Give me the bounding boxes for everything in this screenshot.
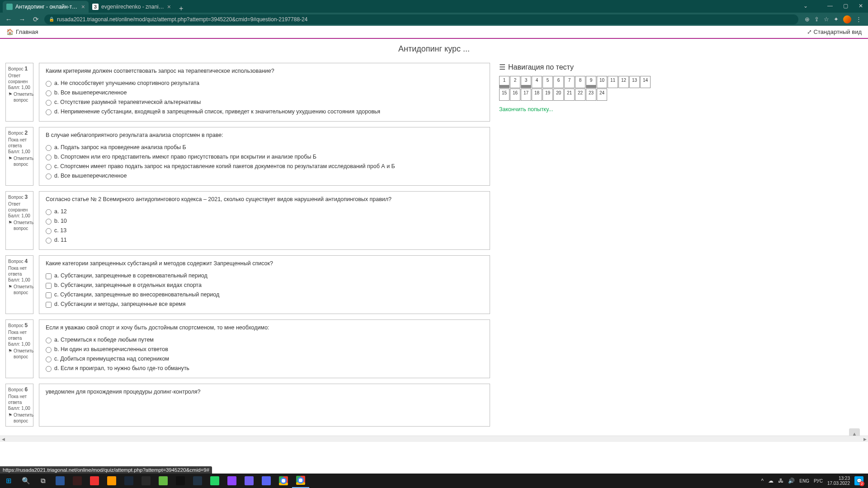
question-option[interactable]: d. Субстанции и методы, запрещенные все …	[46, 300, 483, 309]
tab-2[interactable]: З evgeniirechenko - znanija.com ×	[89, 1, 175, 13]
forward-button[interactable]: →	[17, 14, 27, 24]
nav-question-4[interactable]: 4	[532, 76, 542, 88]
question-option[interactable]: a. Не способствует улучшению спортивного…	[46, 79, 483, 88]
flag-question-link[interactable]: ⚑Отметить вопрос	[8, 348, 31, 360]
nav-question-12[interactable]: 12	[618, 76, 629, 88]
new-tab-button[interactable]: +	[175, 5, 188, 13]
home-link[interactable]: 🏠 Главная	[6, 28, 38, 35]
nav-question-3[interactable]: 3	[521, 76, 531, 88]
option-input[interactable]	[46, 228, 52, 234]
question-option[interactable]: a. Стремиться к победе любым путем	[46, 335, 483, 345]
question-number: Вопрос 1	[8, 66, 31, 73]
question-option[interactable]: b. 10	[46, 216, 483, 226]
option-input[interactable]	[46, 238, 52, 244]
option-input[interactable]	[46, 109, 52, 115]
question-option[interactable]: a. 12	[46, 207, 483, 216]
tab-1[interactable]: Антидопинг - онлайн-тест ×	[3, 1, 89, 13]
scroll-left-icon[interactable]: ◀	[0, 436, 6, 442]
question-option[interactable]: a. Субстанции, запрещенные в соревновате…	[46, 271, 483, 281]
nav-question-11[interactable]: 11	[608, 76, 618, 88]
option-input[interactable]	[46, 155, 52, 160]
maximize-icon[interactable]: ▢	[838, 0, 853, 12]
nav-question-15[interactable]: 15	[499, 89, 509, 101]
close-icon[interactable]: ×	[81, 3, 85, 10]
question-option[interactable]: c. 13	[46, 226, 483, 235]
option-input[interactable]	[46, 219, 52, 225]
nav-question-6[interactable]: 6	[553, 76, 564, 88]
standard-view-button[interactable]: ⤢ Стандартный вид	[807, 28, 862, 35]
scroll-right-icon[interactable]: ▶	[862, 436, 868, 442]
nav-question-17[interactable]: 17	[521, 89, 531, 101]
nav-question-10[interactable]: 10	[597, 76, 607, 88]
question-option[interactable]: a. Подать запрос на проведение анализа п…	[46, 143, 483, 152]
dropdown-icon[interactable]: ⌄	[798, 0, 813, 12]
question-option[interactable]: c. Отсутствие разумной терапевтической а…	[46, 98, 483, 107]
zoom-icon[interactable]: ⊕	[805, 16, 810, 23]
option-label: c. Добиться преимущества над соперником	[54, 356, 169, 362]
option-input[interactable]	[46, 302, 52, 308]
option-label: d. Субстанции и методы, запрещенные все …	[54, 301, 185, 307]
option-input[interactable]	[46, 81, 52, 87]
back-button[interactable]: ←	[4, 14, 14, 24]
minimize-icon[interactable]: —	[823, 0, 837, 12]
option-input[interactable]	[46, 292, 52, 298]
question-option[interactable]: c. Субстанции, запрещенные во внесоревно…	[46, 290, 483, 300]
profile-avatar[interactable]	[843, 15, 851, 23]
option-input[interactable]	[46, 347, 52, 353]
option-input[interactable]	[46, 209, 52, 215]
nav-question-23[interactable]: 23	[586, 89, 596, 101]
flag-question-link[interactable]: ⚑Отметить вопрос	[8, 91, 31, 103]
option-input[interactable]	[46, 283, 52, 289]
nav-question-20[interactable]: 20	[553, 89, 564, 101]
option-input[interactable]	[46, 273, 52, 279]
url-input[interactable]: 🔒 rusada2021.triagonal.net/online/mod/qu…	[44, 14, 798, 24]
question-option[interactable]: b. Спортсмен или его представитель имеют…	[46, 152, 483, 162]
option-input[interactable]	[46, 357, 52, 362]
extensions-icon[interactable]: ✦	[834, 16, 839, 23]
question-option[interactable]: d. Неприменение субстанции, входящей в з…	[46, 107, 483, 117]
nav-question-8[interactable]: 8	[575, 76, 585, 88]
flag-question-link[interactable]: ⚑Отметить вопрос	[8, 220, 31, 231]
reload-button[interactable]: ⟳	[31, 14, 41, 24]
option-input[interactable]	[46, 145, 52, 151]
close-window-icon[interactable]: ✕	[854, 0, 868, 12]
nav-question-2[interactable]: 2	[510, 76, 520, 88]
address-bar: ← → ⟳ 🔒 rusada2021.triagonal.net/online/…	[0, 13, 868, 26]
nav-question-22[interactable]: 22	[575, 89, 585, 101]
nav-question-7[interactable]: 7	[564, 76, 575, 88]
option-input[interactable]	[46, 366, 52, 372]
question-option[interactable]: d. Если я проиграл, то нужно было где-то…	[46, 364, 483, 373]
question-option[interactable]: b. Субстанции, запрещенные в отдельных в…	[46, 281, 483, 290]
nav-question-5[interactable]: 5	[542, 76, 553, 88]
nav-question-1[interactable]: 1	[499, 76, 509, 88]
url-text: rusada2021.triagonal.net/online/mod/quiz…	[57, 16, 307, 23]
question-option[interactable]: b. Ни один из вышеперечисленных ответов	[46, 345, 483, 354]
option-input[interactable]	[46, 100, 52, 106]
option-input[interactable]	[46, 164, 52, 170]
horizontal-scrollbar[interactable]: ◀ ▶	[0, 436, 868, 442]
question-option[interactable]: c. Спортсмен имеет право подать запрос н…	[46, 162, 483, 171]
question-option[interactable]: c. Добиться преимущества над соперником	[46, 354, 483, 364]
bookmark-icon[interactable]: ☆	[824, 16, 829, 23]
nav-question-21[interactable]: 21	[564, 89, 575, 101]
flag-question-link[interactable]: ⚑Отметить вопрос	[8, 412, 31, 424]
close-icon[interactable]: ×	[167, 3, 171, 10]
question-option[interactable]: d. Все вышеперечисленное	[46, 171, 483, 181]
option-input[interactable]	[46, 174, 52, 179]
nav-question-19[interactable]: 19	[542, 89, 553, 101]
option-input[interactable]	[46, 338, 52, 343]
question-option[interactable]: d. 11	[46, 235, 483, 245]
flag-question-link[interactable]: ⚑Отметить вопрос	[8, 155, 31, 167]
flag-question-link[interactable]: ⚑Отметить вопрос	[8, 284, 31, 296]
question-option[interactable]: b. Все вышеперечисленное	[46, 88, 483, 98]
nav-question-16[interactable]: 16	[510, 89, 520, 101]
option-input[interactable]	[46, 90, 52, 96]
nav-question-24[interactable]: 24	[597, 89, 607, 101]
nav-question-18[interactable]: 18	[532, 89, 542, 101]
nav-question-14[interactable]: 14	[640, 76, 651, 88]
nav-question-13[interactable]: 13	[629, 76, 640, 88]
nav-question-9[interactable]: 9	[586, 76, 596, 88]
share-icon[interactable]: ⇪	[814, 16, 819, 23]
menu-icon[interactable]: ⋮	[856, 16, 862, 23]
finish-attempt-link[interactable]: Закончить попытку...	[499, 106, 655, 113]
